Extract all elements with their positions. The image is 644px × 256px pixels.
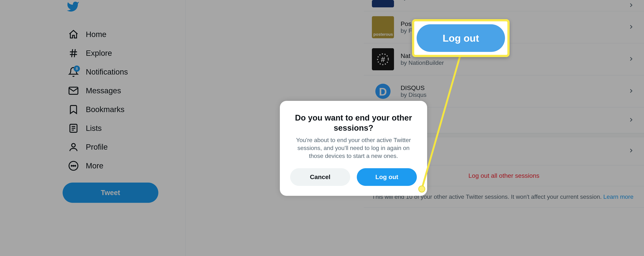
cancel-button[interactable]: Cancel (290, 168, 350, 186)
callout-logout-button: Log out (417, 24, 505, 52)
callout-dot (418, 186, 425, 192)
callout-highlight: Log out (412, 19, 510, 57)
logout-button[interactable]: Log out (357, 168, 417, 186)
modal-body: You're about to end your other active Tw… (290, 136, 417, 160)
modal-title: Do you want to end your other sessions? (290, 113, 417, 133)
confirm-modal: Do you want to end your other sessions? … (280, 101, 427, 196)
